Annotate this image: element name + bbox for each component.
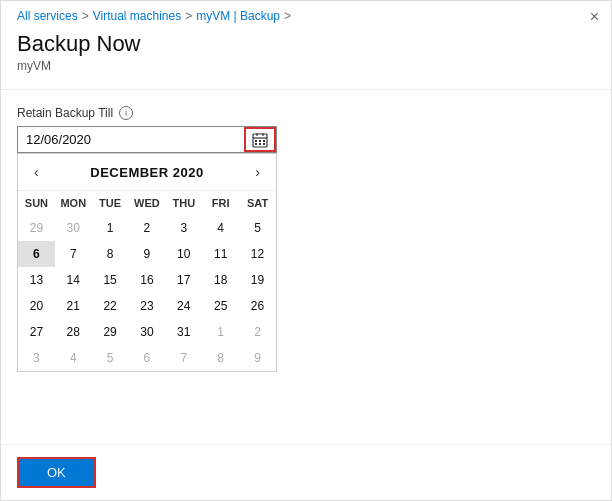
calendar-day[interactable]: 12 <box>239 241 276 267</box>
svg-rect-6 <box>263 140 265 142</box>
calendar-day[interactable]: 3 <box>18 345 55 371</box>
calendar-week-row: 6789101112 <box>18 241 276 267</box>
calendar-day[interactable]: 19 <box>239 267 276 293</box>
panel-subtitle: myVM <box>1 59 611 89</box>
breadcrumb-virtual-machines[interactable]: Virtual machines <box>93 9 182 23</box>
calendar-day[interactable]: 9 <box>129 241 166 267</box>
retain-backup-label: Retain Backup Till <box>17 106 113 120</box>
calendar-day[interactable]: 14 <box>55 267 92 293</box>
calendar-weekday: SAT <box>239 191 276 215</box>
calendar-day[interactable]: 7 <box>165 345 202 371</box>
calendar-weekdays: SUNMONTUEWEDTHUFRISAT <box>18 191 276 215</box>
calendar-day[interactable]: 23 <box>129 293 166 319</box>
calendar-day[interactable]: 15 <box>92 267 129 293</box>
date-input[interactable] <box>18 127 276 152</box>
calendar-popup: ‹ DECEMBER 2020 › SUNMONTUEWEDTHUFRISAT … <box>17 153 277 372</box>
calendar-body: 2930123456789101112131415161718192021222… <box>18 215 276 371</box>
calendar-weekday: MON <box>55 191 92 215</box>
svg-rect-9 <box>263 143 265 145</box>
calendar-week-row: 20212223242526 <box>18 293 276 319</box>
calendar-month-label: DECEMBER 2020 <box>90 165 203 180</box>
calendar-day[interactable]: 8 <box>202 345 239 371</box>
calendar-grid: SUNMONTUEWEDTHUFRISAT 293012345678910111… <box>18 191 276 371</box>
svg-rect-5 <box>259 140 261 142</box>
breadcrumb-all-services[interactable]: All services <box>17 9 78 23</box>
calendar-week-row: 272829303112 <box>18 319 276 345</box>
ok-button[interactable]: OK <box>17 457 96 488</box>
calendar-day[interactable]: 2 <box>239 319 276 345</box>
calendar-day[interactable]: 10 <box>165 241 202 267</box>
breadcrumb-sep-1: > <box>82 9 89 23</box>
calendar-day[interactable]: 5 <box>239 215 276 241</box>
calendar-week-row: 13141516171819 <box>18 267 276 293</box>
calendar-day[interactable]: 29 <box>18 215 55 241</box>
panel-footer: OK <box>1 444 611 500</box>
svg-rect-7 <box>255 143 257 145</box>
calendar-day[interactable]: 30 <box>129 319 166 345</box>
calendar-week-row: 293012345 <box>18 215 276 241</box>
calendar-day[interactable]: 6 <box>129 345 166 371</box>
panel-content: Retain Backup Till i <box>1 106 611 372</box>
calendar-day[interactable]: 3 <box>165 215 202 241</box>
calendar-weekday: TUE <box>92 191 129 215</box>
divider <box>1 89 611 90</box>
calendar-day[interactable]: 2 <box>129 215 166 241</box>
calendar-day[interactable]: 1 <box>92 215 129 241</box>
calendar-day[interactable]: 16 <box>129 267 166 293</box>
info-icon[interactable]: i <box>119 106 133 120</box>
calendar-weekday: THU <box>165 191 202 215</box>
calendar-day[interactable]: 20 <box>18 293 55 319</box>
calendar-header: ‹ DECEMBER 2020 › <box>18 154 276 191</box>
calendar-week-row: 3456789 <box>18 345 276 371</box>
calendar-weekday-row: SUNMONTUEWEDTHUFRISAT <box>18 191 276 215</box>
calendar-day[interactable]: 6 <box>18 241 55 267</box>
calendar-day[interactable]: 24 <box>165 293 202 319</box>
calendar-day[interactable]: 4 <box>55 345 92 371</box>
close-button[interactable]: × <box>590 9 599 25</box>
calendar-day[interactable]: 30 <box>55 215 92 241</box>
svg-rect-4 <box>255 140 257 142</box>
calendar-weekday: FRI <box>202 191 239 215</box>
backup-now-panel: All services > Virtual machines > myVM |… <box>0 0 612 501</box>
calendar-day[interactable]: 4 <box>202 215 239 241</box>
calendar-day[interactable]: 21 <box>55 293 92 319</box>
calendar-day[interactable]: 31 <box>165 319 202 345</box>
breadcrumb-sep-3: > <box>284 9 291 23</box>
calendar-day[interactable]: 1 <box>202 319 239 345</box>
calendar-prev-button[interactable]: ‹ <box>28 162 45 182</box>
calendar-day[interactable]: 7 <box>55 241 92 267</box>
calendar-next-button[interactable]: › <box>249 162 266 182</box>
panel-title: Backup Now <box>1 27 611 59</box>
breadcrumb: All services > Virtual machines > myVM |… <box>1 1 611 27</box>
calendar-day[interactable]: 8 <box>92 241 129 267</box>
calendar-day[interactable]: 17 <box>165 267 202 293</box>
calendar-day[interactable]: 26 <box>239 293 276 319</box>
breadcrumb-sep-2: > <box>185 9 192 23</box>
calendar-day[interactable]: 29 <box>92 319 129 345</box>
calendar-day[interactable]: 18 <box>202 267 239 293</box>
calendar-day[interactable]: 27 <box>18 319 55 345</box>
calendar-icon-button[interactable] <box>244 127 276 152</box>
calendar-day[interactable]: 9 <box>239 345 276 371</box>
breadcrumb-myvm-backup[interactable]: myVM | Backup <box>196 9 280 23</box>
field-label-row: Retain Backup Till i <box>17 106 595 120</box>
svg-rect-8 <box>259 143 261 145</box>
calendar-day[interactable]: 13 <box>18 267 55 293</box>
calendar-weekday: WED <box>129 191 166 215</box>
calendar-day[interactable]: 25 <box>202 293 239 319</box>
calendar-day[interactable]: 28 <box>55 319 92 345</box>
date-input-wrapper <box>17 126 277 153</box>
calendar-day[interactable]: 22 <box>92 293 129 319</box>
calendar-day[interactable]: 11 <box>202 241 239 267</box>
calendar-icon <box>252 132 268 148</box>
calendar-day[interactable]: 5 <box>92 345 129 371</box>
calendar-weekday: SUN <box>18 191 55 215</box>
